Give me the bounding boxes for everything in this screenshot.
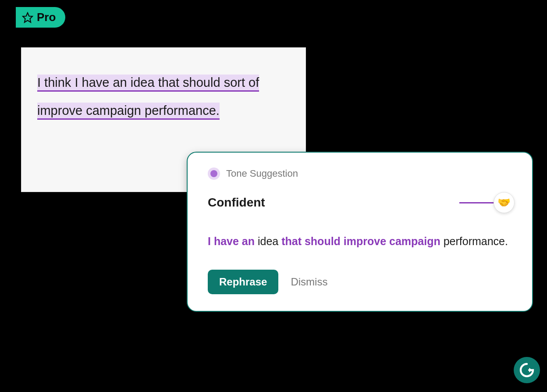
dismiss-button[interactable]: Dismiss <box>291 276 327 288</box>
pro-badge: Pro <box>16 7 65 28</box>
highlighted-line-2: improve campaign performance. <box>37 103 220 120</box>
rephrased-part-4: performance. <box>440 235 508 247</box>
slider-knob[interactable]: 🤝 <box>494 192 515 213</box>
tone-suggestion-card: Tone Suggestion Confident 🤝 I have an id… <box>187 152 533 312</box>
rephrased-part-3: that should improve campaign <box>281 235 440 247</box>
pro-badge-label: Pro <box>37 11 56 24</box>
suggestion-type-label: Tone Suggestion <box>226 168 298 179</box>
suggestion-header: Tone Suggestion <box>208 167 515 180</box>
grammarly-logo[interactable] <box>514 357 540 383</box>
rephrased-text: I have an idea that should improve campa… <box>208 232 515 251</box>
star-icon <box>22 12 33 23</box>
tone-row: Confident 🤝 <box>208 192 515 213</box>
rephrased-part-1: I have an <box>208 235 255 247</box>
suggestion-actions: Rephrase Dismiss <box>208 270 515 294</box>
rephrased-part-2: idea <box>255 235 281 247</box>
grammarly-g-icon <box>518 361 536 379</box>
rephrase-button[interactable]: Rephrase <box>208 270 278 294</box>
highlighted-line-1: I think I have an idea that should sort … <box>37 75 259 92</box>
slider-track <box>459 202 494 203</box>
svg-marker-0 <box>23 13 32 22</box>
tone-name: Confident <box>208 196 265 210</box>
tone-slider[interactable]: 🤝 <box>459 192 515 213</box>
highlighted-sentence[interactable]: I think I have an idea that should sort … <box>37 69 290 125</box>
tone-icon <box>208 167 220 180</box>
handshake-icon: 🤝 <box>497 196 511 209</box>
svg-marker-1 <box>529 368 532 373</box>
